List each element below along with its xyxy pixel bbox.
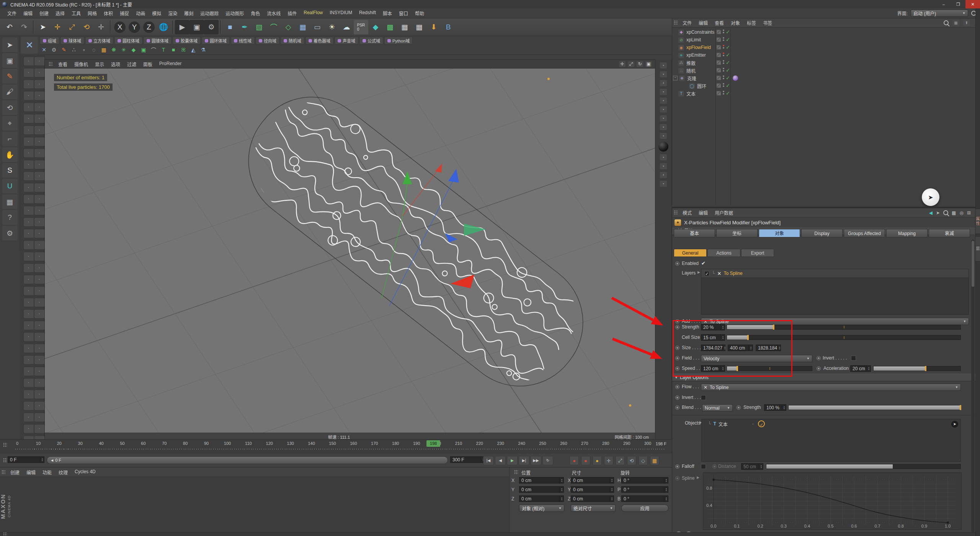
enabled-checkbox[interactable]: ✔ xyxy=(701,260,706,266)
palette-icon[interactable]: · xyxy=(34,68,45,77)
viewport-menu-选项[interactable]: 选项 xyxy=(108,61,124,67)
palette-icon[interactable]: · xyxy=(23,413,34,422)
palette-icon[interactable]: · xyxy=(34,298,45,307)
array-icon[interactable]: ▦ xyxy=(296,20,310,34)
palette-icon[interactable]: · xyxy=(23,286,34,296)
palette-icon[interactable]: · xyxy=(34,252,45,261)
speed-slider[interactable] xyxy=(727,366,812,371)
xp-gear-icon[interactable]: ⚙ xyxy=(50,46,58,54)
maximize-button[interactable]: ❐ xyxy=(951,0,965,8)
attribute-scrollbar[interactable] xyxy=(971,240,975,532)
render-settings-icon[interactable]: ⚙ xyxy=(204,20,219,34)
menu-INSYDIUM[interactable]: INSYDIUM xyxy=(326,10,356,16)
anim-dot-icon[interactable] xyxy=(675,385,679,389)
side-strip-icon[interactable]: ▪ xyxy=(660,71,667,77)
anim-dot-icon[interactable] xyxy=(675,405,679,410)
palette-icon[interactable]: · xyxy=(34,286,45,296)
field-button-声音域[interactable]: 声音域 xyxy=(335,37,358,44)
invert-checkbox[interactable] xyxy=(851,356,856,361)
dock-tab-属性[interactable]: 属性 xyxy=(975,209,980,234)
menu-选择[interactable]: 选择 xyxy=(52,10,68,16)
go-to-start-icon[interactable]: |◀ xyxy=(483,456,494,465)
rotate-icon[interactable]: ⟲ xyxy=(79,20,94,34)
bodypaint-icon[interactable]: B xyxy=(441,20,456,34)
falloff-spline-graph[interactable]: 0.80.40.00.10.20.30.40.50.60.70.80.91.0 xyxy=(703,472,962,530)
drag-grip-icon[interactable] xyxy=(3,443,7,448)
drag-grip-icon[interactable] xyxy=(674,210,678,215)
anim-dot-icon[interactable] xyxy=(675,366,679,371)
lock-z-icon[interactable]: Z xyxy=(143,21,155,33)
palette-icon[interactable]: · xyxy=(23,149,34,158)
side-strip-icon[interactable]: ▪ xyxy=(660,106,667,113)
palette-icon[interactable]: · xyxy=(34,332,45,342)
timeline-ruler[interactable]: 198 F 0102030405060708090100110120130140… xyxy=(0,440,672,453)
drag-grip-icon[interactable] xyxy=(49,62,52,67)
apply-button[interactable]: 应用 xyxy=(621,505,668,512)
expand-arrow-icon[interactable]: ▶ xyxy=(697,270,700,274)
palette-icon[interactable]: · xyxy=(23,229,34,238)
layer-enabled-checkbox[interactable] xyxy=(704,271,709,276)
play-icon[interactable]: ▶ xyxy=(507,456,518,465)
material-menu-纹理[interactable]: 纹理 xyxy=(55,469,71,476)
speed-input[interactable]: 120 cm xyxy=(701,365,725,372)
palette-icon[interactable]: · xyxy=(34,424,45,433)
viewport-menu-查看[interactable]: 查看 xyxy=(55,61,71,67)
left-tool-select-icon[interactable]: ➤ xyxy=(2,38,18,52)
new-panel-icon[interactable]: ⊞ xyxy=(967,210,971,216)
visibility-dots-icon[interactable] xyxy=(723,60,724,64)
objects-list[interactable]: └ T 文本 ▫ ✓ ➤ xyxy=(701,419,961,462)
side-strip-icon[interactable]: ▪ xyxy=(660,98,667,104)
field-button-随机域[interactable]: 随机域 xyxy=(281,37,304,44)
redo-icon[interactable]: ↷ xyxy=(17,20,31,34)
menu-脚本[interactable]: 脚本 xyxy=(379,10,395,16)
cell-size-slider[interactable] xyxy=(727,335,961,340)
anim-dot-icon[interactable] xyxy=(817,366,821,371)
size-z-input[interactable]: 1828.184 xyxy=(756,345,781,351)
subtab-Export[interactable]: Export xyxy=(741,249,774,257)
visibility-dots-icon[interactable] xyxy=(723,91,724,95)
palette-icon[interactable]: · xyxy=(34,355,45,364)
acceleration-slider[interactable] xyxy=(873,366,961,371)
enabled-check-icon[interactable]: ✓ xyxy=(726,67,730,73)
left-tool-help-icon[interactable]: ? xyxy=(2,210,18,225)
material-menu-Cycles 4D[interactable]: Cycles 4D xyxy=(71,469,99,476)
go-to-end-icon[interactable]: ▶▶ xyxy=(531,456,541,465)
menu-渲染[interactable]: 渲染 xyxy=(165,10,181,16)
spline-pen-icon[interactable]: ✒ xyxy=(237,20,252,34)
mograph-tag-icon[interactable] xyxy=(733,75,738,81)
field-button-着色器域[interactable]: 着色器域 xyxy=(305,37,333,44)
object-row-xpConstraints[interactable]: ✚xpConstraints✓ xyxy=(672,28,976,36)
key-parameter-icon[interactable]: ◇ xyxy=(639,456,648,465)
palette-icon[interactable]: · xyxy=(34,321,45,330)
subtab-General[interactable]: General xyxy=(674,249,707,257)
palette-icon[interactable]: · xyxy=(23,80,34,89)
menu-Redshift[interactable]: Redshift xyxy=(356,10,379,16)
layer-square-icon[interactable] xyxy=(717,68,721,72)
enabled-check-icon[interactable]: ✓ xyxy=(726,75,730,81)
palette-icon[interactable]: · xyxy=(23,114,34,123)
coord-input-B-2[interactable]: 0 ° xyxy=(621,495,668,502)
enabled-check-icon[interactable]: ✓ xyxy=(726,37,730,42)
object-name[interactable]: xpLimit xyxy=(686,37,701,42)
coord-input-H-2[interactable]: 0 ° xyxy=(621,477,668,484)
palette-icon[interactable]: · xyxy=(23,126,34,135)
object-name[interactable]: 文本 xyxy=(686,90,696,97)
material-menu-功能[interactable]: 功能 xyxy=(39,469,55,476)
object-row-推散[interactable]: ⁂推散✓ xyxy=(672,59,976,67)
am-menu-编辑[interactable]: 编辑 xyxy=(695,209,711,216)
field-button-Python域[interactable]: Python域 xyxy=(384,37,413,44)
undo-icon[interactable]: ↶ xyxy=(2,20,17,34)
menu-体积[interactable]: 体积 xyxy=(100,10,116,16)
object-name[interactable]: xpConstraints xyxy=(686,29,714,35)
visibility-dots-icon[interactable] xyxy=(723,75,724,79)
size-mode-dropdown[interactable]: 绝对尺寸▼ xyxy=(571,505,616,512)
size-x-input[interactable]: 1784.027 xyxy=(701,345,725,351)
layer-square-icon[interactable] xyxy=(717,83,721,88)
diamond-icon[interactable]: ◆ xyxy=(368,20,383,34)
left-tool-s-icon[interactable]: S xyxy=(2,163,18,178)
palette-icon[interactable]: · xyxy=(23,309,34,319)
coord-input-Z-0[interactable]: 0 cm xyxy=(519,495,564,502)
field-button-线性域[interactable]: 线性域 xyxy=(231,37,255,44)
tab-基本[interactable]: 基本 xyxy=(674,229,715,237)
size-y-input[interactable]: 400 cm xyxy=(728,345,753,351)
